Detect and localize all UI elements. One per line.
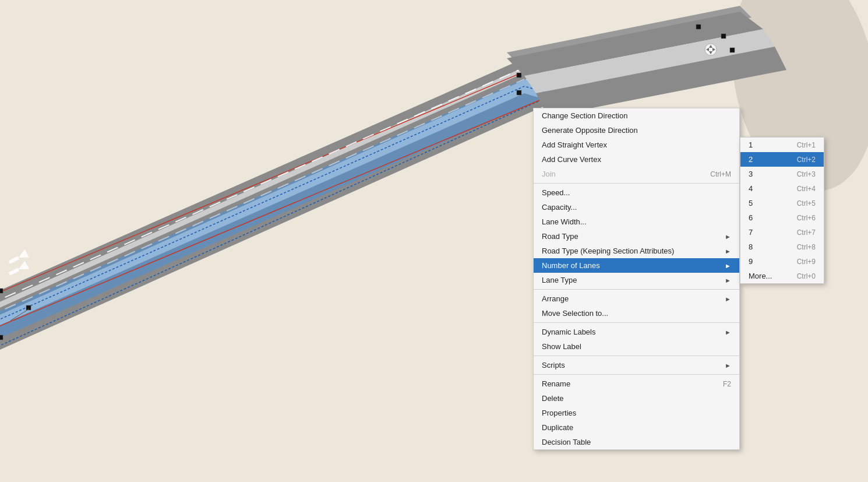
menu-item-lane-type[interactable]: Lane Type ► [534,273,739,287]
submenu-item-lane-2[interactable]: 2 Ctrl+2 [740,152,824,167]
submenu-item-lane-3[interactable]: 3 Ctrl+3 [740,167,824,181]
canvas: Change Section Direction Generate Opposi… [0,0,868,482]
menu-item-decision-table[interactable]: Decision Table [534,435,739,449]
svg-rect-18 [0,289,3,293]
submenu-item-lane-8[interactable]: 8 Ctrl+8 [740,240,824,254]
menu-item-capacity[interactable]: Capacity... [534,200,739,214]
menu-label: Arrange [542,294,569,303]
submenu-label: 6 [749,213,753,222]
menu-shortcut: Ctrl+M [710,170,731,178]
submenu-label: 7 [749,228,753,237]
submenu-arrow: ► [725,329,731,336]
submenu-item-lane-more[interactable]: More... Ctrl+0 [740,269,824,283]
svg-rect-19 [0,335,3,340]
menu-label: Lane Width... [542,217,587,226]
menu-label: Move Selection to... [542,309,608,318]
submenu-shortcut: Ctrl+4 [797,185,816,193]
submenu-item-lane-4[interactable]: 4 Ctrl+4 [740,181,824,196]
context-menu: Change Section Direction Generate Opposi… [533,108,740,450]
submenu-arrow: ► [725,295,731,302]
menu-label: Dynamic Labels [542,328,596,336]
menu-item-lane-width[interactable]: Lane Width... [534,214,739,229]
submenu-shortcut: Ctrl+6 [797,214,816,222]
menu-divider-5 [534,374,739,375]
submenu-label: More... [749,272,772,280]
menu-label: Properties [542,409,576,417]
submenu-shortcut: Ctrl+9 [797,258,816,266]
svg-rect-21 [517,73,521,78]
menu-item-speed[interactable]: Speed... [534,185,739,200]
submenu-label: 8 [749,242,753,251]
submenu-shortcut: Ctrl+3 [797,170,816,178]
menu-label: Add Straight Vertex [542,140,607,149]
menu-label: Speed... [542,188,570,197]
menu-item-arrange[interactable]: Arrange ► [534,291,739,306]
menu-label: Rename [542,379,570,388]
submenu-arrow: ► [725,277,731,284]
menu-label: Generate Opposite Direction [542,126,638,135]
menu-item-join[interactable]: Join Ctrl+M [534,167,739,181]
menu-item-move-selection-to[interactable]: Move Selection to... [534,306,739,321]
menu-item-scripts[interactable]: Scripts ► [534,358,739,372]
svg-rect-26 [730,48,735,52]
menu-item-add-curve-vertex[interactable]: Add Curve Vertex [534,152,739,167]
submenu-arrow: ► [725,248,731,255]
submenu-shortcut: Ctrl+2 [797,156,816,164]
menu-item-delete[interactable]: Delete [534,391,739,406]
menu-shortcut: F2 [723,380,731,388]
submenu-item-lane-9[interactable]: 9 Ctrl+9 [740,254,824,269]
number-of-lanes-submenu: 1 Ctrl+1 2 Ctrl+2 3 Ctrl+3 4 Ctrl+4 5 Ct… [740,137,824,284]
menu-item-change-section-direction[interactable]: Change Section Direction [534,108,739,123]
submenu-shortcut: Ctrl+0 [797,272,816,280]
menu-label: Join [542,170,556,178]
submenu-label: 2 [749,155,753,164]
menu-item-show-label[interactable]: Show Label [534,339,739,354]
submenu-arrow: ► [725,233,731,240]
menu-item-add-straight-vertex[interactable]: Add Straight Vertex [534,138,739,152]
menu-divider-1 [534,183,739,184]
submenu-shortcut: Ctrl+8 [797,243,816,251]
menu-label: Capacity... [542,203,577,212]
svg-marker-4 [0,79,553,338]
submenu-shortcut: Ctrl+1 [797,141,816,149]
submenu-item-lane-5[interactable]: 5 Ctrl+5 [740,196,824,210]
menu-label: Add Curve Vertex [542,155,601,164]
menu-label: Decision Table [542,438,591,446]
menu-divider-4 [534,356,739,356]
menu-item-properties[interactable]: Properties [534,406,739,420]
menu-label: Number of Lanes [542,261,600,270]
menu-item-dynamic-labels[interactable]: Dynamic Labels ► [534,325,739,339]
submenu-item-lane-1[interactable]: 1 Ctrl+1 [740,138,824,152]
submenu-item-lane-6[interactable]: 6 Ctrl+6 [740,210,824,225]
svg-marker-12 [16,261,29,274]
menu-label: Show Label [542,342,581,351]
svg-rect-11 [9,256,20,264]
submenu-label: 1 [749,140,753,149]
submenu-label: 4 [749,184,753,193]
submenu-label: 3 [749,170,753,178]
menu-label: Scripts [542,361,565,370]
submenu-label: 5 [749,199,753,207]
svg-marker-10 [16,249,29,262]
submenu-arrow: ► [725,362,731,369]
submenu-shortcut: Ctrl+5 [797,199,816,207]
menu-item-generate-opposite-direction[interactable]: Generate Opposite Direction [534,123,739,138]
svg-rect-20 [517,90,521,95]
menu-divider-2 [534,289,739,290]
menu-label: Road Type [542,232,578,241]
menu-label: Duplicate [542,423,573,432]
menu-label: Road Type (Keeping Section Attributes) [542,247,674,255]
submenu-item-lane-7[interactable]: 7 Ctrl+7 [740,225,824,240]
menu-label: Delete [542,394,564,403]
menu-item-number-of-lanes[interactable]: Number of Lanes ► [534,258,739,273]
svg-rect-24 [696,24,701,29]
menu-label: Change Section Direction [542,111,627,120]
menu-item-rename[interactable]: Rename F2 [534,377,739,391]
submenu-arrow: ► [725,262,731,269]
menu-item-road-type[interactable]: Road Type ► [534,229,739,244]
submenu-label: 9 [749,257,753,266]
menu-item-road-type-keeping[interactable]: Road Type (Keeping Section Attributes) ► [534,244,739,258]
menu-item-duplicate[interactable]: Duplicate [534,420,739,435]
submenu-shortcut: Ctrl+7 [797,228,816,237]
svg-rect-13 [9,268,20,276]
